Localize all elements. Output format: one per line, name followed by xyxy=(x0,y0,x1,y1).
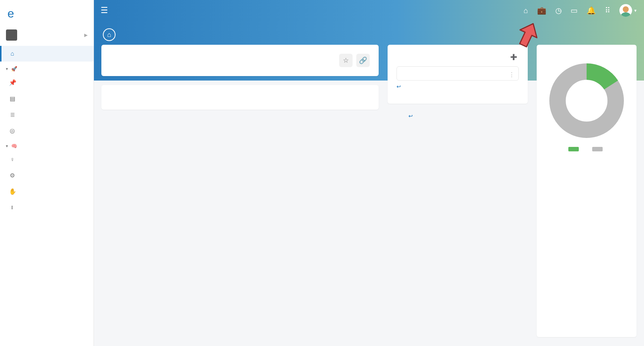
nav-goals[interactable]: ◎ xyxy=(0,123,94,139)
avatar-icon xyxy=(619,4,632,17)
main-left-column: ☆ 🔗 xyxy=(101,45,379,346)
reply-button[interactable]: ↩ xyxy=(397,84,402,89)
star-icon: ☆ xyxy=(343,56,349,65)
home-icon: ⌂ xyxy=(9,50,16,57)
project-badge xyxy=(6,29,17,41)
calendar-icon[interactable]: ▭ xyxy=(571,6,578,15)
nav-reports[interactable]: ⫾ xyxy=(0,199,94,215)
update-status-button[interactable]: ➕ xyxy=(510,54,519,60)
chevron-right-icon: ▶ xyxy=(84,32,88,38)
bulb-icon: ♀ xyxy=(9,156,16,163)
grid-icon[interactable]: ⠿ xyxy=(605,6,610,15)
logo[interactable]: e xyxy=(0,0,94,26)
reply-icon: ↩ xyxy=(397,84,401,89)
hamburger-icon[interactable]: ☰ xyxy=(101,6,108,15)
nav-retrospectives[interactable]: ✋ xyxy=(0,183,94,199)
briefcase-icon[interactable]: 💼 xyxy=(537,6,546,15)
milestones-icon: ≣ xyxy=(9,111,16,118)
pin-icon: 📌 xyxy=(9,79,16,86)
project-selector[interactable]: ▶ xyxy=(0,26,94,46)
nav-group-think[interactable]: ▾ 🧠 xyxy=(0,139,94,152)
reply-icon: ↩ xyxy=(408,113,413,119)
chevron-down-icon: ▾ xyxy=(6,144,8,148)
chevron-down-icon: ▾ xyxy=(6,67,8,71)
topbar-actions: ⌂ 💼 ◷ ▭ 🔔 ⠿ ▼ xyxy=(524,4,637,17)
nav-project-dashboard[interactable]: ⌂ xyxy=(0,46,94,62)
user-menu[interactable]: ▼ xyxy=(619,4,637,17)
blueprint-icon: ⚙ xyxy=(9,172,16,179)
nav-todos[interactable]: 📌 xyxy=(0,75,94,91)
nav-blueprints[interactable]: ⚙ xyxy=(0,167,94,183)
chart-icon: ⫾ xyxy=(9,204,16,211)
nav-milestones[interactable]: ≣ xyxy=(0,107,94,123)
sidebar: e ▶ ⌂ ▾ 🚀 📌 ▤ ≣ ◎ ▾ 🧠 ♀ ⚙ ✋ ⫾ xyxy=(0,0,94,346)
clock-icon[interactable]: ◷ xyxy=(555,6,562,15)
home-circle-icon: ⌂ xyxy=(103,28,116,41)
share-link-button[interactable]: 🔗 xyxy=(356,54,370,67)
status-update: ⋮ xyxy=(397,66,519,81)
progress-legend xyxy=(546,145,628,152)
project-updates-card: ➕ ⋮ ↩ xyxy=(388,45,528,104)
kebab-icon[interactable]: ⋮ xyxy=(509,71,515,78)
home-icon[interactable]: ⌂ xyxy=(524,6,528,15)
target-icon: ◎ xyxy=(9,127,16,134)
doc-icon: ▤ xyxy=(9,95,16,102)
topbar: ☰ ⌂ 💼 ◷ ▭ 🔔 ⠿ ▼ xyxy=(94,0,644,21)
plus-icon: ➕ xyxy=(510,54,517,60)
progress-donut xyxy=(546,58,628,145)
link-icon: 🔗 xyxy=(359,56,367,65)
project-progress-card xyxy=(537,45,637,337)
bell-icon[interactable]: 🔔 xyxy=(587,6,596,15)
chevron-down-icon: ▼ xyxy=(634,9,637,13)
hand-icon: ✋ xyxy=(9,188,16,195)
nav-docs[interactable]: ▤ xyxy=(0,91,94,107)
legend-done xyxy=(568,145,581,152)
favorite-button[interactable]: ☆ xyxy=(339,54,353,67)
reply-button[interactable]: ↩ xyxy=(408,113,414,119)
rocket-icon: 🚀 xyxy=(11,66,18,72)
main-right-column: ➕ ⋮ ↩ xyxy=(388,45,528,346)
nav-group-make[interactable]: ▾ 🚀 xyxy=(0,62,94,75)
main-content: ☆ 🔗 ➕ ⋮ ↩ xyxy=(101,45,637,346)
brain-icon: 🧠 xyxy=(11,143,18,149)
project-header-card: ☆ 🔗 xyxy=(101,45,379,76)
legend-open xyxy=(592,145,605,152)
latest-todos-card xyxy=(101,85,379,110)
nav-ideas[interactable]: ♀ xyxy=(0,152,94,167)
